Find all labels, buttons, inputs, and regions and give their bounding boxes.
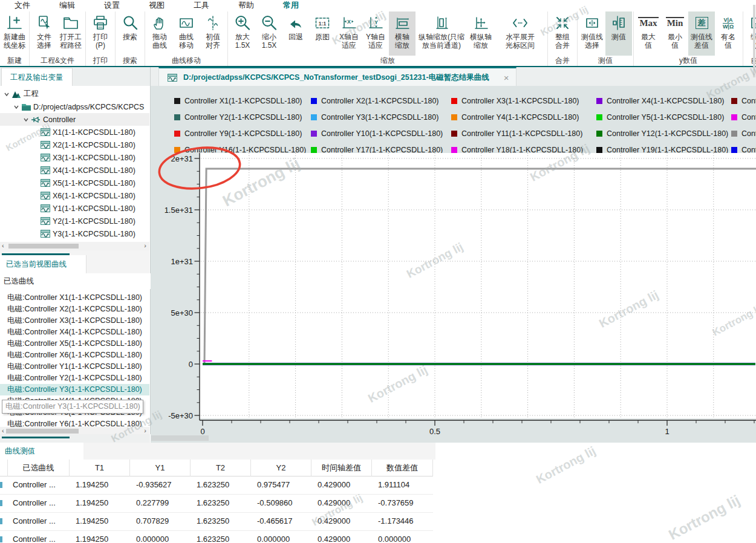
table-row[interactable]: Controller ...1.194250-0.9356271.6232500… [0,476,433,495]
tree-horizontal-scrollbar[interactable]: ‹ › [0,242,149,250]
legend-item[interactable]: Controller Y11(1-1-KCPCSDLL-180) [451,125,582,141]
tree-item-y2[interactable]: Y2(1-1-KCPCSDLL-180) [0,215,149,227]
chevron-down-icon[interactable] [22,117,30,123]
legend-item[interactable]: Controller X1(1-1-KCPCSDLL-180) [174,93,302,109]
search-button[interactable]: 搜索 [117,11,143,56]
tree-item-x1[interactable]: X1(1-1-KCPCSDLL-180) [0,126,149,138]
tree-item-x3[interactable]: X3(1-1-KCPCSDLL-180) [0,151,149,164]
menu-item-view[interactable]: 视图 [134,0,179,12]
table-cell: 1.194250 [76,530,129,543]
legend-item[interactable]: Controller [731,93,756,109]
table-header-Y1: Y1 [130,460,191,476]
undo-view-button[interactable]: 回退 [282,11,309,56]
y-axis-autofit-button[interactable]: YY轴自适应 [362,11,389,56]
named-value-button[interactable]: V|AW|Ω有名值 [715,11,741,56]
legend-row: Controller Y2(1-1-KCPCSDLL-180)Controlle… [151,109,756,125]
x-axis-autofit-icon: X [341,13,357,33]
hv-axis-zoom-button[interactable]: 横纵轴缩放 [468,11,494,56]
legend-item[interactable]: Controller Y12(1-1-KCPCSDLL-180) [596,125,728,141]
tree-item-x4[interactable]: X4(1-1-KCPCSDLL-180) [0,164,149,177]
selected-curve-item[interactable]: 电磁:Controller Y1(1-1-KCPCSDLL-180) [0,361,149,372]
chart-horizontal-scrollbar-thumb[interactable] [151,435,209,441]
table-row[interactable]: Controller ...1.1942500.7078291.623250-0… [0,512,433,531]
plot-area[interactable] [200,153,756,418]
y-axis-tick-label: 1.5e+31 [165,206,193,215]
scrollbar-thumb[interactable] [6,429,79,434]
h-expand-cursor-range-button[interactable]: 水平展开光标区间 [494,11,546,56]
curve-move-button[interactable]: 曲线移动 [173,11,200,56]
selected-curve-item[interactable]: 电磁:Controller X6(1-1-KCPCSDLL-180) [0,350,149,361]
measure-value-button[interactable]: 测值 [605,11,632,56]
chevron-down-icon[interactable] [12,104,20,110]
button-label: 初值对齐 [206,33,220,50]
legend-item[interactable]: Controller X2(1-1-KCPCSDLL-180) [311,93,439,109]
table-cell: Controller ... [13,512,67,530]
close-icon[interactable]: × [504,73,509,83]
menu-item-help[interactable]: 帮助 [224,0,269,12]
selected-curve-item[interactable]: 电磁:Controller Y3(1-1-KCPCSDLL-180) [0,384,149,395]
selected-curve-item[interactable]: 电磁:Controller Y2(1-1-KCPCSDLL-180) [0,372,149,384]
legend-item[interactable]: Controller Y9(1-1-KCPCSDLL-180) [174,125,302,141]
tab-selected-view-curves[interactable]: 已选当前视图曲线 [0,255,86,273]
tree-item-x5[interactable]: X5(1-1-KCPCSDLL-180) [0,177,149,189]
drag-curve-button[interactable]: 拖动曲线 [146,11,173,56]
legend-item[interactable]: Controller [731,109,756,125]
zoom-in-1-5x-button[interactable]: 放大1.5X [229,11,256,56]
initial-align-button[interactable]: 初值对齐 [200,11,226,56]
menu-item-edit[interactable]: 编辑 [45,0,90,12]
group-merge-button[interactable]: 整组合并 [549,11,576,56]
tree-item-project-path[interactable]: D:/project/adpss/KCPCS/KCPCS [0,100,149,113]
x-axis-tick-label: 0 [200,427,204,436]
tree-item-controller[interactable]: Controller [0,113,149,126]
scroll-right-icon[interactable]: › [144,242,146,250]
legend-item[interactable]: Controller Y2(1-1-KCPCSDLL-180) [174,109,302,125]
tab-result-curve[interactable]: D:/project/adpss/KCPCS/KCPCS_NoTransform… [158,67,516,87]
legend-item[interactable]: Controller Y4(1-1-KCPCSDLL-180) [451,109,579,125]
zoom-out-1-5x-button[interactable]: 缩小1.5X [256,11,282,56]
legend-item[interactable]: Controller X4(1-1-KCPCSDLL-180) [596,93,725,109]
scrollbar-thumb[interactable] [8,244,79,249]
tree-vertical-scrollbar-thumb[interactable] [753,5,755,77]
print-button[interactable]: 打印(P) [87,11,114,56]
tree-item-y3[interactable]: Y3(1-1-KCPCSDLL-180) [0,227,149,240]
table-row[interactable]: Controller ...1.1942500.2277991.623250-0… [0,494,433,513]
x-axis-autofit-button[interactable]: XX轴自适应 [336,11,362,56]
open-project-path-button[interactable]: 打开工程路径 [57,11,84,56]
tab-project-output-variables[interactable]: 工程及输出变量 [1,68,73,86]
min-value-button[interactable]: Min最小值 [662,11,688,56]
tree-item-project-root[interactable]: 工程 [0,88,149,100]
measure-line-select-button[interactable]: 测值线选择 [579,11,605,56]
plot-canvas[interactable]: 2e+311.5e+311e+315e+300-5e+3000.51 [151,145,756,443]
menu-item-settings[interactable]: 设置 [90,0,134,12]
menu-item-tools[interactable]: 工具 [179,0,224,12]
h-axis-zoom-button[interactable]: 横轴缩放 [389,11,415,56]
selected-curve-item[interactable]: 电磁:Controller X3(1-1-KCPCSDLL-180) [0,315,149,327]
selected-curve-item[interactable]: 电磁:Controller X4(1-1-KCPCSDLL-180) [0,327,149,338]
legend-item[interactable]: Controller X3(1-1-KCPCSDLL-180) [451,93,579,109]
scroll-left-icon[interactable]: ‹ [2,242,4,250]
menu-item-common[interactable]: 常用 [269,0,313,12]
max-value-button[interactable]: Max最大值 [635,11,662,56]
selected-curve-item[interactable]: 电磁:Controller X2(1-1-KCPCSDLL-180) [0,304,149,315]
tree-item-x6[interactable]: X6(1-1-KCPCSDLL-180) [0,189,149,202]
tab-curve-measure-values[interactable]: 曲线测值 [0,443,83,460]
measure-line-diff-button[interactable]: 差测值线差值 [688,11,715,56]
tree-item-y1[interactable]: Y1(1-1-KCPCSDLL-180) [0,202,149,215]
file-select-button[interactable]: 文件选择 [31,11,57,56]
table-cell: 0.000000 [257,530,310,543]
menu-item-file[interactable]: 文件 [0,0,45,12]
selected-curve-item[interactable]: 电磁:Controller X5(1-1-KCPCSDLL-180) [0,338,149,350]
chevron-down-icon[interactable] [2,91,10,97]
selected-curve-item[interactable]: 电磁:Controller Y6(1-1-KCPCSDLL-180) [0,418,149,427]
original-view-button[interactable]: 1:1原图 [309,11,336,56]
legend-item[interactable]: Controller Y5(1-1-KCPCSDLL-180) [596,109,724,125]
tooltip: 电磁:Controller Y3(1-1-KCPCSDLL-180) [2,400,143,414]
selected-curve-item[interactable]: 电磁:Controller X1(1-1-KCPCSDLL-180) [0,292,149,304]
tree-item-x2[interactable]: X2(1-1-KCPCSDLL-180) [0,138,149,151]
new-curve-axes-button[interactable]: 新建曲线坐标 [1,11,28,56]
table-row[interactable]: Controller ...1.1942500.0000001.6232500.… [0,530,433,543]
legend-item[interactable]: Controller Y10(1-1-KCPCSDLL-180) [311,125,443,141]
v-axis-zoom-current-channel-button[interactable]: 纵轴缩放(只缩放当前通道) [415,11,468,56]
legend-item[interactable]: Controller Y3(1-1-KCPCSDLL-180) [311,109,438,125]
legend-item[interactable]: Controller [731,125,756,141]
